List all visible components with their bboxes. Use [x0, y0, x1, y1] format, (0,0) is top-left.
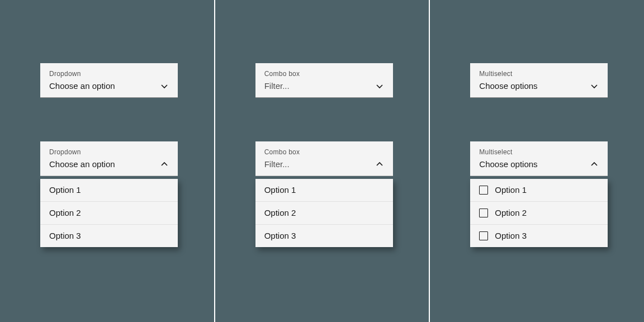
multiselect-closed-label: Multiselect [479, 69, 599, 78]
dropdown-open-label: Dropdown [49, 148, 169, 157]
panel-multiselect: Multiselect Choose options Multiselect C… [430, 0, 644, 322]
multiselect-open-value: Choose options [479, 159, 537, 170]
combobox-option[interactable]: Option 1 [255, 179, 393, 202]
checkbox-icon[interactable] [479, 209, 488, 217]
dropdown-option[interactable]: Option 2 [40, 202, 178, 225]
multiselect-option[interactable]: Option 1 [470, 179, 608, 202]
multiselect-menu: Option 1 Option 2 Option 3 [470, 179, 608, 247]
combobox-closed-value: Filter... [264, 80, 290, 92]
combobox-option[interactable]: Option 2 [255, 202, 393, 225]
dropdown-open-value: Choose an option [49, 159, 115, 170]
dropdown-option[interactable]: Option 1 [40, 179, 178, 202]
combobox-open-label: Combo box [264, 148, 384, 157]
option-label: Option 3 [495, 230, 527, 242]
option-label: Option 2 [264, 207, 296, 219]
panel-dropdown: Dropdown Choose an option Dropdown Choos… [0, 0, 215, 322]
option-label: Option 1 [495, 184, 527, 196]
panels-container: Dropdown Choose an option Dropdown Choos… [0, 0, 644, 322]
dropdown-closed[interactable]: Dropdown Choose an option [40, 63, 178, 98]
multiselect-closed[interactable]: Multiselect Choose options [470, 63, 608, 98]
option-label: Option 3 [49, 230, 81, 242]
dropdown-closed-value: Choose an option [49, 80, 115, 92]
chevron-up-icon [160, 160, 169, 169]
multiselect-closed-value: Choose options [479, 80, 537, 92]
option-label: Option 1 [264, 184, 296, 196]
dropdown-closed-label: Dropdown [49, 69, 169, 78]
chevron-down-icon [375, 82, 384, 91]
checkbox-icon[interactable] [479, 231, 488, 240]
combobox-open-value: Filter... [264, 159, 290, 170]
chevron-up-icon [590, 160, 599, 169]
dropdown-option[interactable]: Option 3 [40, 225, 178, 247]
combobox-closed[interactable]: Combo box Filter... [255, 63, 393, 98]
chevron-up-icon [375, 160, 384, 169]
multiselect-option[interactable]: Option 2 [470, 202, 608, 225]
combobox-option[interactable]: Option 3 [255, 225, 393, 247]
chevron-down-icon [160, 82, 169, 91]
combobox-open-row: Filter... [264, 159, 384, 170]
dropdown-open[interactable]: Dropdown Choose an option [40, 141, 178, 176]
option-label: Option 3 [264, 230, 296, 242]
combobox-closed-label: Combo box [264, 69, 384, 78]
combobox-open[interactable]: Combo box Filter... [255, 141, 393, 176]
combobox-menu: Option 1 Option 2 Option 3 [255, 179, 393, 247]
checkbox-icon[interactable] [479, 186, 488, 195]
option-label: Option 2 [495, 207, 527, 219]
option-label: Option 1 [49, 184, 81, 196]
multiselect-open[interactable]: Multiselect Choose options [470, 141, 608, 176]
dropdown-menu: Option 1 Option 2 Option 3 [40, 179, 178, 247]
option-label: Option 2 [49, 207, 81, 219]
dropdown-open-row: Choose an option [49, 159, 169, 170]
multiselect-option[interactable]: Option 3 [470, 225, 608, 247]
multiselect-closed-row: Choose options [479, 80, 599, 92]
dropdown-closed-row: Choose an option [49, 80, 169, 92]
panel-combobox: Combo box Filter... Combo box Filter... … [215, 0, 430, 322]
multiselect-open-label: Multiselect [479, 148, 599, 157]
chevron-down-icon [590, 82, 599, 91]
multiselect-open-row: Choose options [479, 159, 599, 170]
combobox-closed-row: Filter... [264, 80, 384, 92]
